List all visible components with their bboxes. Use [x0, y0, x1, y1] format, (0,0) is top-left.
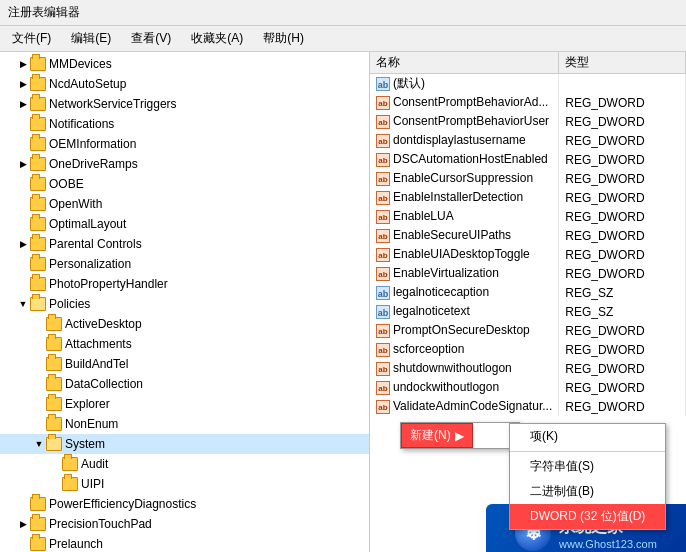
reg-type: REG_DWORD: [559, 359, 686, 378]
tree-item-personalization[interactable]: Personalization: [0, 254, 369, 274]
submenu-item-binary[interactable]: 二进制值(B): [510, 479, 665, 504]
tree-item-policies[interactable]: ▼Policies: [0, 294, 369, 314]
reg-name: abDSCAutomationHostEnabled: [370, 150, 559, 169]
reg-type: REG_SZ: [559, 283, 686, 302]
table-row[interactable]: abEnableInstallerDetectionREG_DWORD: [370, 188, 686, 207]
tree-item-system[interactable]: ▼System: [0, 434, 369, 454]
menu-edit[interactable]: 编辑(E): [67, 28, 115, 49]
watermark-url: www.Ghost123.com: [559, 538, 657, 550]
menu-favorites[interactable]: 收藏夹(A): [187, 28, 247, 49]
table-row[interactable]: abEnableSecureUIPathsREG_DWORD: [370, 226, 686, 245]
table-row[interactable]: abConsentPromptBehaviorAd...REG_DWORD: [370, 93, 686, 112]
submenu: 项(K) 字符串值(S) 二进制值(B) DWORD (32 位)值(D): [509, 423, 666, 530]
tree-item-notifications[interactable]: Notifications: [0, 114, 369, 134]
table-row[interactable]: abDSCAutomationHostEnabledREG_DWORD: [370, 150, 686, 169]
table-row[interactable]: abscforceoptionREG_DWORD: [370, 340, 686, 359]
reg-type: [559, 74, 686, 94]
reg-name-text: legalnoticecaption: [393, 285, 489, 299]
registry-table: 名称 类型 ab(默认)abConsentPromptBehaviorAd...…: [370, 52, 686, 416]
reg-name: abEnableLUA: [370, 207, 559, 226]
reg-name-text: shutdownwithoutlogon: [393, 361, 512, 375]
reg-type-icon: ab: [376, 191, 390, 205]
tree-item-networkservicetriggers[interactable]: ▶NetworkServiceTriggers: [0, 94, 369, 114]
tree-item-photopropertyhandler[interactable]: PhotoPropertyHandler: [0, 274, 369, 294]
menu-file[interactable]: 文件(F): [8, 28, 55, 49]
tree-item-nonenum[interactable]: NonEnum: [0, 414, 369, 434]
tree-item-ncdautosetup[interactable]: ▶NcdAutoSetup: [0, 74, 369, 94]
reg-type: REG_DWORD: [559, 207, 686, 226]
new-button[interactable]: 新建(N) ▶: [401, 423, 473, 448]
reg-name-text: legalnoticetext: [393, 304, 470, 318]
tree-item-attachments[interactable]: Attachments: [0, 334, 369, 354]
folder-icon: [30, 117, 46, 131]
folder-icon: [46, 317, 62, 331]
tree-item-buildandtel[interactable]: BuildAndTel: [0, 354, 369, 374]
table-row[interactable]: ab(默认): [370, 74, 686, 94]
table-row[interactable]: abdontdisplaylastusernameREG_DWORD: [370, 131, 686, 150]
reg-name: ab(默认): [370, 74, 559, 94]
menu-view[interactable]: 查看(V): [127, 28, 175, 49]
reg-type-icon: ab: [376, 343, 390, 357]
tree-item-uipi[interactable]: UIPI: [0, 474, 369, 494]
table-row[interactable]: ablegalnoticetextREG_SZ: [370, 302, 686, 321]
tree-item-datacollection[interactable]: DataCollection: [0, 374, 369, 394]
menu-bar: 文件(F) 编辑(E) 查看(V) 收藏夹(A) 帮助(H): [0, 26, 686, 52]
table-row[interactable]: abshutdownwithoutlogonREG_DWORD: [370, 359, 686, 378]
tree-label: Personalization: [49, 257, 131, 271]
tree-arrow: ▶: [16, 59, 30, 69]
folder-icon: [46, 337, 62, 351]
folder-icon: [30, 257, 46, 271]
tree-item-oobe[interactable]: OOBE: [0, 174, 369, 194]
folder-icon: [46, 397, 62, 411]
tree-item-optimallayout[interactable]: OptimalLayout: [0, 214, 369, 234]
table-row[interactable]: abConsentPromptBehaviorUserREG_DWORD: [370, 112, 686, 131]
tree-arrow: ▶: [16, 99, 30, 109]
tree-label: Attachments: [65, 337, 132, 351]
reg-type-icon: ab: [376, 134, 390, 148]
reg-name: abEnableInstallerDetection: [370, 188, 559, 207]
reg-name: ablegalnoticetext: [370, 302, 559, 321]
table-row[interactable]: abPromptOnSecureDesktopREG_DWORD: [370, 321, 686, 340]
tree-item-explorer[interactable]: Explorer: [0, 394, 369, 414]
tree-item-prelaunch[interactable]: Prelaunch: [0, 534, 369, 552]
reg-type-icon: ab: [376, 210, 390, 224]
new-submenu-arrow: ▶: [455, 429, 464, 443]
reg-name: abConsentPromptBehaviorUser: [370, 112, 559, 131]
tree-item-parentalcontrols[interactable]: ▶Parental Controls: [0, 234, 369, 254]
tree-item-onedriveramps[interactable]: ▶OneDriveRamps: [0, 154, 369, 174]
tree-item-powerefficiencydiagnostics[interactable]: PowerEfficiencyDiagnostics: [0, 494, 369, 514]
table-row[interactable]: abEnableLUAREG_DWORD: [370, 207, 686, 226]
title-bar: 注册表编辑器: [0, 0, 686, 26]
tree-item-oeminformation[interactable]: OEMInformation: [0, 134, 369, 154]
submenu-item-string[interactable]: 字符串值(S): [510, 454, 665, 479]
table-row[interactable]: abEnableVirtualizationREG_DWORD: [370, 264, 686, 283]
table-row[interactable]: abEnableCursorSuppressionREG_DWORD: [370, 169, 686, 188]
menu-help[interactable]: 帮助(H): [259, 28, 308, 49]
table-row[interactable]: abundockwithoutlogonREG_DWORD: [370, 378, 686, 397]
reg-type-icon: ab: [376, 324, 390, 338]
reg-name-text: ValidateAdminCodeSignatur...: [393, 399, 552, 413]
tree-item-openwith[interactable]: OpenWith: [0, 194, 369, 214]
folder-icon: [30, 217, 46, 231]
folder-icon: [30, 197, 46, 211]
reg-type-icon: ab: [376, 229, 390, 243]
tree-item-audit[interactable]: Audit: [0, 454, 369, 474]
reg-type: REG_DWORD: [559, 340, 686, 359]
tree-item-mmdevices[interactable]: ▶MMDevices: [0, 54, 369, 74]
submenu-item-dword[interactable]: DWORD (32 位)值(D): [510, 504, 665, 529]
tree-item-precisiontouchpad[interactable]: ▶PrecisionTouchPad: [0, 514, 369, 534]
folder-icon: [30, 517, 46, 531]
reg-type: REG_DWORD: [559, 131, 686, 150]
folder-icon: [30, 237, 46, 251]
tree-label: Notifications: [49, 117, 114, 131]
folder-icon: [62, 457, 78, 471]
reg-name-text: DSCAutomationHostEnabled: [393, 152, 548, 166]
reg-type: REG_SZ: [559, 302, 686, 321]
table-row[interactable]: ablegalnoticecaptionREG_SZ: [370, 283, 686, 302]
tree-item-activedesktop[interactable]: ActiveDesktop: [0, 314, 369, 334]
table-row[interactable]: abEnableUIADesktopToggleREG_DWORD: [370, 245, 686, 264]
reg-type-icon: ab: [376, 248, 390, 262]
reg-type-icon: ab: [376, 115, 390, 129]
table-row[interactable]: abValidateAdminCodeSignatur...REG_DWORD: [370, 397, 686, 416]
submenu-item-key[interactable]: 项(K): [510, 424, 665, 449]
